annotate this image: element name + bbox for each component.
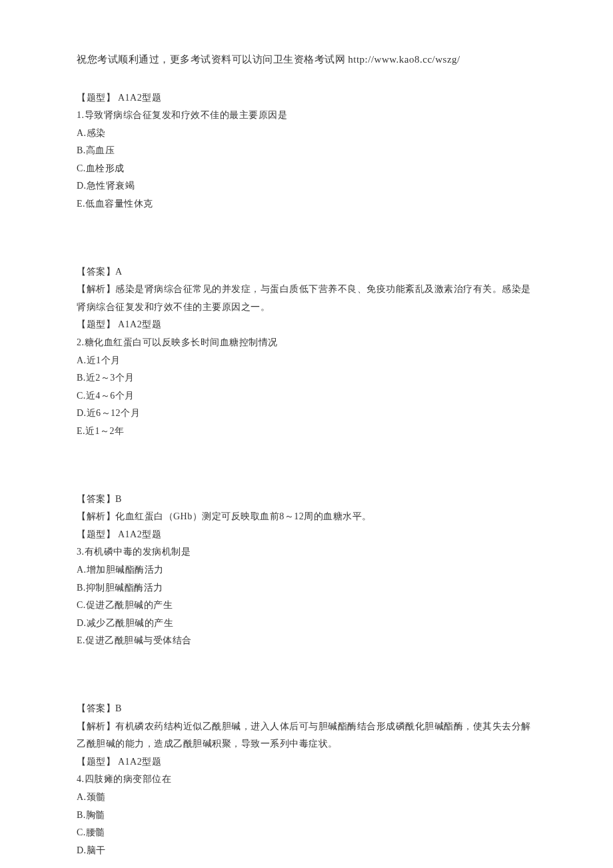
option-e: E.低血容量性休克 [77,195,536,213]
question-stem: 3.有机磷中毒的发病机制是 [77,543,536,561]
option-d: D.急性肾衰竭 [77,177,536,195]
option-b: B.胸髓 [77,807,536,825]
question-type: 【题型】 A1A2型题 [77,753,536,771]
question-type: 【题型】 A1A2型题 [77,316,536,334]
option-a: A.感染 [77,125,536,143]
option-c: C.近4～6个月 [77,387,536,405]
option-a: A.近1个月 [77,352,536,370]
analysis-text: 【解析】化血红蛋白（GHb）测定可反映取血前8～12周的血糖水平。 [77,508,536,526]
answer-section-1: 【答案】A 【解析】感染是肾病综合征常见的并发症，与蛋白质低下营养不良、免疫功能… [77,263,536,441]
option-a: A.颈髓 [77,789,536,807]
option-b: B.抑制胆碱酯酶活力 [77,579,536,597]
option-d: D.近6～12个月 [77,405,536,423]
option-e: E.促进乙酰胆碱与受体结合 [77,632,536,650]
option-b: B.近2～3个月 [77,369,536,387]
option-c: C.血栓形成 [77,160,536,178]
answer-section-3: 【答案】B 【解析】有机磷农药结构近似乙酰胆碱，进入人体后可与胆碱酯酶结合形成磷… [77,700,536,859]
answer-label: 【答案】A [77,263,536,281]
option-c: C.腰髓 [77,824,536,842]
question-type: 【题型】 A1A2型题 [77,526,536,544]
question-type: 【题型】 A1A2型题 [77,89,536,107]
option-d: D.减少乙酰胆碱的产生 [77,615,536,633]
question-block-1: 【题型】 A1A2型题 1.导致肾病综合征复发和疗效不佳的最主要原因是 A.感染… [77,89,536,213]
question-stem: 2.糖化血红蛋白可以反映多长时间血糖控制情况 [77,334,536,352]
option-d: D.脑干 [77,842,536,860]
analysis-text: 【解析】感染是肾病综合征常见的并发症，与蛋白质低下营养不良、免疫功能紊乱及激素治… [77,281,536,316]
answer-label: 【答案】B [77,700,536,718]
answer-label: 【答案】B [77,491,536,509]
analysis-text: 【解析】有机磷农药结构近似乙酰胆碱，进入人体后可与胆碱酯酶结合形成磷酰化胆碱酯酶… [77,718,536,753]
option-c: C.促进乙酰胆碱的产生 [77,597,536,615]
option-a: A.增加胆碱酯酶活力 [77,561,536,579]
option-b: B.高血压 [77,142,536,160]
answer-section-2: 【答案】B 【解析】化血红蛋白（GHb）测定可反映取血前8～12周的血糖水平。 … [77,491,536,650]
option-e: E.近1～2年 [77,423,536,441]
page-header: 祝您考试顺利通过，更多考试资料可以访问卫生资格考试网 http://www.ka… [77,50,536,69]
question-stem: 4.四肢瘫的病变部位在 [77,771,536,789]
question-stem: 1.导致肾病综合征复发和疗效不佳的最主要原因是 [77,107,536,125]
